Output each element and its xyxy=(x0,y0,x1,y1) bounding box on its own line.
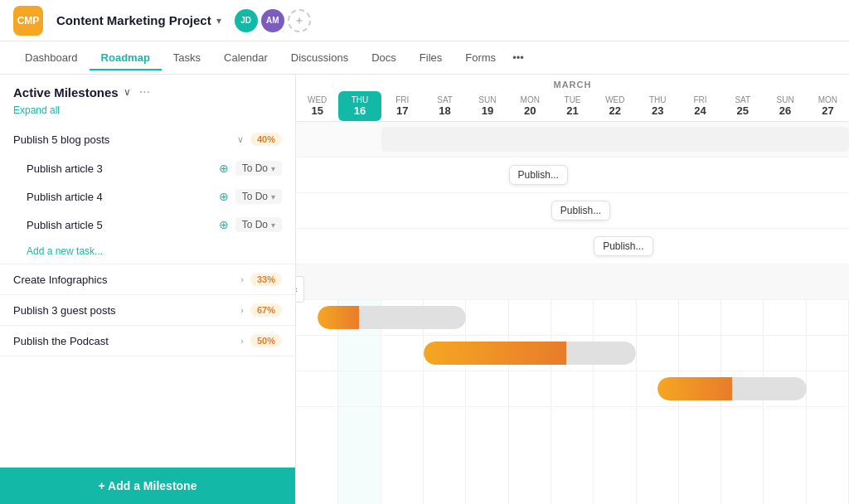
milestone-group-1: Publish 5 blog posts ∨ 40% Publish artic… xyxy=(0,124,295,264)
progress-badge-2: 33% xyxy=(250,273,282,286)
milestone-name-1: Publish 5 blog posts xyxy=(13,133,230,146)
task-name-article-4: Publish article 4 xyxy=(27,191,212,203)
task-name-article-3: Publish article 3 xyxy=(27,162,212,175)
gantt-row-task-3: Publish... xyxy=(296,158,849,193)
tab-roadmap[interactable]: Roadmap xyxy=(90,45,162,70)
gantt-row-task-5: Publish... xyxy=(296,229,849,264)
milestone-name-4: Publish the Podcast xyxy=(13,335,234,347)
milestones-options-icon[interactable]: ··· xyxy=(139,85,150,99)
day-cell-22[interactable]: WED22 xyxy=(594,91,636,121)
gantt-row-task-4: Publish... xyxy=(296,193,849,229)
day-cell-25[interactable]: SAT25 xyxy=(721,91,764,121)
day-cell-21[interactable]: TUE21 xyxy=(551,91,594,121)
milestone-group-2: Create Infographics › 33% xyxy=(0,264,295,295)
milestone-group-4: Publish the Podcast › 50% xyxy=(0,326,295,356)
day-cell-27[interactable]: MON27 xyxy=(807,91,849,121)
add-member-button[interactable]: ＋ xyxy=(288,9,311,32)
day-cell-15[interactable]: WED15 xyxy=(296,91,338,121)
add-milestone-button[interactable]: + Add a Milestone xyxy=(0,468,295,504)
milestones-collapse-icon[interactable]: ∨ xyxy=(124,86,131,98)
progress-badge-3: 67% xyxy=(250,303,282,317)
progress-bar-infographics xyxy=(318,306,467,329)
add-task-link[interactable]: Add a new task... xyxy=(0,239,295,264)
day-cell-16[interactable]: THU16 xyxy=(338,91,381,121)
task-status-chevron-2: ▾ xyxy=(271,192,275,201)
task-status-1[interactable]: To Do ▾ xyxy=(235,161,282,176)
milestone-name-3: Publish 3 guest posts xyxy=(13,304,234,317)
day-cell-20[interactable]: MON20 xyxy=(509,91,551,121)
top-bar: CMP Content Marketing Project ▾ JD AM ＋ xyxy=(0,0,849,41)
milestone-row-4[interactable]: Publish the Podcast › 50% xyxy=(0,326,295,356)
task-assign-icon-1[interactable]: ⊕ xyxy=(219,162,229,175)
task-assign-icon-2[interactable]: ⊕ xyxy=(219,190,229,203)
sidebar: Active Milestones ∨ ··· Expand all Publi… xyxy=(0,75,296,504)
gantt-rows: Publish... Publish... Publish... xyxy=(296,122,849,504)
day-cell-23[interactable]: THU23 xyxy=(637,91,679,121)
progress-bar-guest-posts xyxy=(424,342,637,365)
milestone-row-3[interactable]: Publish 3 guest posts › 67% xyxy=(0,295,295,325)
month-label: MARCH xyxy=(296,75,849,91)
tab-discussions[interactable]: Discussions xyxy=(279,45,360,70)
day-cell-19[interactable]: SUN19 xyxy=(466,91,508,121)
tab-forms[interactable]: Forms xyxy=(454,45,507,70)
tab-tasks[interactable]: Tasks xyxy=(162,45,212,70)
task-status-2[interactable]: To Do ▾ xyxy=(235,189,282,204)
gantt-row-milestone-1 xyxy=(296,122,849,158)
gantt-row-guest-posts xyxy=(296,336,849,371)
milestone-row-2[interactable]: Create Infographics › 33% xyxy=(0,264,295,294)
milestone-group-3: Publish 3 guest posts › 67% xyxy=(0,295,295,326)
task-status-label-3: To Do xyxy=(242,219,268,230)
nav-tabs: Dashboard Roadmap Tasks Calendar Discuss… xyxy=(0,41,849,75)
day-cell-26[interactable]: SUN26 xyxy=(764,91,806,121)
task-assign-icon-3[interactable]: ⊕ xyxy=(219,218,229,231)
gantt-chart: MARCH WED15THU16FRI17SAT18SUN19MON20TUE2… xyxy=(296,75,849,504)
collapse-sidebar-button[interactable]: ‹ xyxy=(296,276,304,303)
avatar-2[interactable]: AM xyxy=(261,9,284,32)
gantt-header: MARCH WED15THU16FRI17SAT18SUN19MON20TUE2… xyxy=(296,75,849,122)
milestones-header: Active Milestones ∨ ··· xyxy=(0,75,295,103)
task-status-3[interactable]: To Do ▾ xyxy=(235,217,282,232)
task-bar-label-3: Publish... xyxy=(594,236,653,256)
progress-bar-podcast xyxy=(657,377,807,400)
avatar-group: JD AM ＋ xyxy=(235,9,311,32)
main-content: Active Milestones ∨ ··· Expand all Publi… xyxy=(0,75,849,504)
progress-badge-1: 40% xyxy=(250,133,282,146)
task-bar-label-1: Publish... xyxy=(509,165,568,185)
tab-more[interactable]: ••• xyxy=(507,45,529,70)
milestone-expand-icon-4[interactable]: › xyxy=(240,336,244,346)
milestone-row-1[interactable]: Publish 5 blog posts ∨ 40% xyxy=(0,124,295,154)
milestone-expand-icon-3[interactable]: › xyxy=(240,305,244,315)
tab-calendar[interactable]: Calendar xyxy=(212,45,279,70)
day-cell-17[interactable]: FRI17 xyxy=(381,91,424,121)
task-status-chevron-1: ▾ xyxy=(271,164,275,173)
task-row-article-3[interactable]: Publish article 3 ⊕ To Do ▾ xyxy=(0,154,295,182)
milestone-expand-icon-2[interactable]: › xyxy=(240,274,244,284)
project-title-area: Content Marketing Project ▾ xyxy=(56,13,221,27)
gantt-row-add-task xyxy=(296,264,849,300)
task-status-label-1: To Do xyxy=(242,162,268,174)
tab-dashboard[interactable]: Dashboard xyxy=(13,45,90,70)
task-name-article-5: Publish article 5 xyxy=(27,219,212,231)
progress-badge-4: 50% xyxy=(250,334,282,347)
project-chevron-icon[interactable]: ▾ xyxy=(216,15,221,27)
gantt-row-infographics xyxy=(296,300,849,336)
task-status-label-2: To Do xyxy=(242,191,268,202)
day-cell-24[interactable]: FRI24 xyxy=(679,91,721,121)
tab-files[interactable]: Files xyxy=(408,45,454,70)
task-row-article-5[interactable]: Publish article 5 ⊕ To Do ▾ xyxy=(0,211,295,239)
day-columns: WED15THU16FRI17SAT18SUN19MON20TUE21WED22… xyxy=(296,91,849,122)
tab-docs[interactable]: Docs xyxy=(360,45,408,70)
task-status-chevron-3: ▾ xyxy=(271,220,275,230)
gantt-content: Publish... Publish... Publish... xyxy=(296,122,849,504)
milestones-title: Active Milestones xyxy=(13,85,119,99)
avatar-1[interactable]: JD xyxy=(235,9,258,32)
task-row-article-4[interactable]: Publish article 4 ⊕ To Do ▾ xyxy=(0,182,295,211)
app-logo: CMP xyxy=(13,6,43,36)
expand-all-link[interactable]: Expand all xyxy=(0,103,295,124)
milestone-name-2: Create Infographics xyxy=(13,274,234,286)
task-bar-label-2: Publish... xyxy=(551,201,610,220)
milestone-expand-icon-1[interactable]: ∨ xyxy=(237,134,244,145)
gantt-row-podcast xyxy=(296,371,849,407)
day-cell-18[interactable]: SAT18 xyxy=(424,91,466,121)
project-title: Content Marketing Project xyxy=(56,13,211,27)
